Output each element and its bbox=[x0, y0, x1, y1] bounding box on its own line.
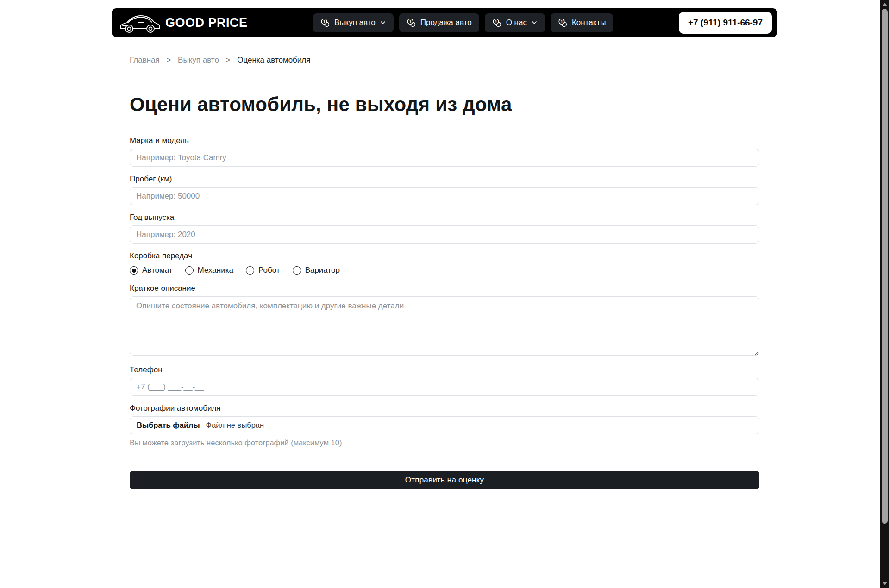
submit-button[interactable]: Отправить на оценку bbox=[130, 471, 759, 489]
breadcrumb-separator: > bbox=[167, 56, 171, 64]
field-year: Год выпуска bbox=[130, 213, 759, 244]
phone-label: Телефон bbox=[130, 365, 759, 375]
svg-text:1: 1 bbox=[409, 19, 411, 24]
field-mileage: Пробег (км) bbox=[130, 175, 759, 205]
nav-item-o-nas[interactable]: 1 О нас bbox=[485, 13, 545, 32]
phone-input[interactable] bbox=[130, 378, 759, 396]
mileage-input[interactable] bbox=[130, 187, 759, 205]
radio-option-label: Автомат bbox=[142, 266, 173, 275]
radio-button-icon[interactable] bbox=[185, 266, 194, 275]
car-logo-icon bbox=[117, 10, 162, 35]
radio-option-label: Вариатор bbox=[305, 266, 340, 275]
radio-button-icon[interactable] bbox=[246, 266, 254, 275]
radio-option-label: Робот bbox=[258, 266, 280, 275]
svg-text:1: 1 bbox=[495, 19, 497, 24]
field-photos: Фотографии автомобиля Выбрать файлы Файл… bbox=[130, 404, 759, 447]
svg-text:1: 1 bbox=[323, 19, 326, 24]
scroll-up-icon[interactable] bbox=[883, 3, 887, 6]
radio-button-checked-icon[interactable] bbox=[130, 266, 138, 275]
coins-icon: 1 bbox=[558, 18, 568, 28]
field-description: Краткое описание bbox=[130, 284, 759, 357]
coins-icon: 1 bbox=[407, 18, 416, 28]
description-textarea[interactable] bbox=[130, 296, 759, 356]
gearbox-label: Коробка передач bbox=[130, 251, 759, 261]
breadcrumb-separator: > bbox=[226, 56, 230, 64]
radio-option-variator[interactable]: Вариатор bbox=[293, 266, 340, 275]
nav-item-kontakty[interactable]: 1 Контакты bbox=[551, 13, 613, 32]
breadcrumb: Главная > Выкуп авто > Оценка автомобиля bbox=[130, 56, 759, 65]
file-upload-input[interactable]: Выбрать файлы Файл не выбран bbox=[130, 416, 759, 434]
svg-text:1: 1 bbox=[561, 19, 563, 24]
year-input[interactable] bbox=[130, 225, 759, 244]
brand-model-label: Марка и модель bbox=[130, 136, 759, 145]
photos-label: Фотографии автомобиля bbox=[130, 404, 759, 413]
breadcrumb-vykup-avto[interactable]: Выкуп авто bbox=[178, 56, 219, 65]
nav-item-label: Продажа авто bbox=[420, 18, 472, 27]
phone-number[interactable]: +7 (911) 911-66-97 bbox=[679, 12, 772, 34]
breadcrumb-home[interactable]: Главная bbox=[130, 56, 160, 65]
radio-button-icon[interactable] bbox=[293, 266, 301, 275]
nav-item-label: Выкуп авто bbox=[334, 18, 376, 27]
photos-hint: Вы можете загрузить несколько фотографий… bbox=[130, 438, 759, 447]
brand-model-input[interactable] bbox=[130, 149, 759, 167]
scroll-down-icon[interactable] bbox=[883, 582, 887, 585]
choose-files-button[interactable]: Выбрать файлы bbox=[137, 421, 200, 430]
nav-item-prodazha-avto[interactable]: 1 Продажа авто bbox=[399, 13, 479, 32]
brand-logo[interactable]: GOOD PRICE bbox=[117, 10, 248, 35]
car-evaluation-form: Марка и модель Пробег (км) Год выпуска К… bbox=[130, 136, 759, 489]
breadcrumb-current: Оценка автомобиля bbox=[237, 56, 310, 65]
field-brand-model: Марка и модель bbox=[130, 136, 759, 167]
year-label: Год выпуска bbox=[130, 213, 759, 222]
page-title: Оцени автомобиль, не выходя из дома bbox=[130, 94, 759, 116]
gearbox-radio-group: Автомат Механика Робот Вариатор bbox=[130, 264, 759, 276]
chevron-down-icon bbox=[531, 19, 538, 26]
coins-icon: 1 bbox=[320, 18, 330, 28]
scrollbar[interactable] bbox=[880, 0, 889, 588]
main-content: Главная > Выкуп авто > Оценка автомобиля… bbox=[130, 56, 759, 489]
chevron-down-icon bbox=[380, 19, 386, 26]
header: GOOD PRICE 1 Выкуп авто 1 bbox=[112, 8, 777, 37]
file-status-text: Файл не выбран bbox=[206, 421, 264, 430]
field-phone: Телефон bbox=[130, 365, 759, 396]
field-gearbox: Коробка передач Автомат Механика Робот В… bbox=[130, 251, 759, 276]
nav-item-vykup-avto[interactable]: 1 Выкуп авто bbox=[313, 13, 394, 32]
radio-option-robot[interactable]: Робот bbox=[246, 266, 280, 275]
radio-option-avtomat[interactable]: Автомат bbox=[130, 266, 173, 275]
scrollbar-thumb[interactable] bbox=[882, 9, 888, 524]
mileage-label: Пробег (км) bbox=[130, 175, 759, 184]
coins-icon: 1 bbox=[492, 18, 502, 28]
radio-option-label: Механика bbox=[198, 266, 233, 275]
main-nav: 1 Выкуп авто 1 Продажа авто bbox=[313, 13, 613, 32]
description-label: Краткое описание bbox=[130, 284, 759, 293]
radio-option-mekhanika[interactable]: Механика bbox=[185, 266, 233, 275]
brand-name: GOOD PRICE bbox=[165, 16, 248, 30]
nav-item-label: О нас bbox=[506, 18, 527, 27]
nav-item-label: Контакты bbox=[572, 18, 606, 27]
